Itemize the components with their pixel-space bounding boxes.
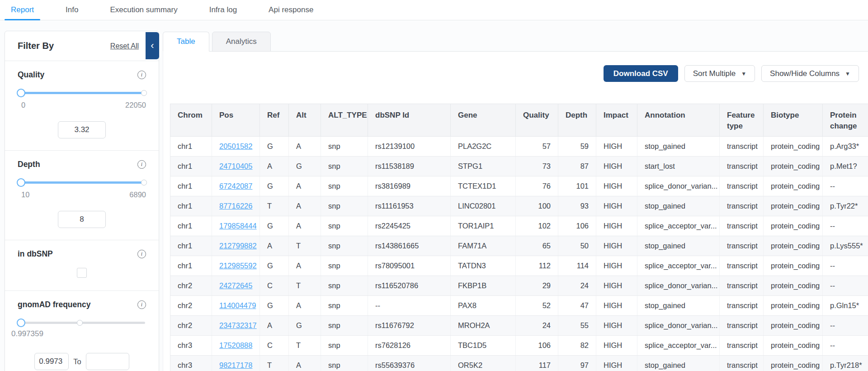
column-header-alt-type[interactable]: ALT_TYPE [321,104,368,137]
cell-impact: HIGH [596,196,637,216]
gnomad-slider-handle-max[interactable] [77,320,83,326]
cell-pos: 212799882 [212,236,260,256]
gnomad-from-input[interactable] [34,353,69,370]
pos-link[interactable]: 67242087 [219,182,252,190]
column-header-pos[interactable]: Pos [212,104,260,137]
table-row: chr1179858444GAsnprs2245425TOR1AIP110210… [170,216,868,236]
top-tab-bar: ReportInfoExecution summaryInfra logApi … [0,0,868,20]
pos-link[interactable]: 234732317 [219,321,257,329]
gnomad-slider-handle-min[interactable] [17,319,25,327]
pos-link[interactable]: 114004479 [219,301,256,309]
cell-depth: 24 [558,276,596,295]
column-header-chrom[interactable]: Chrom [170,104,212,137]
reset-all-link[interactable]: Reset All [110,42,139,50]
depth-slider[interactable] [18,178,146,187]
cell-feature-type: transcript [720,315,764,335]
gnomad-slider[interactable] [18,319,146,328]
pos-link[interactable]: 98217178 [219,361,252,369]
column-header-biotype[interactable]: Biotype [764,104,823,137]
cell-depth: 82 [558,335,596,355]
cell-protein-change: -- [823,335,868,355]
pos-link[interactable]: 20501582 [219,142,252,150]
info-icon[interactable]: i [137,160,146,169]
depth-slider-track[interactable] [19,181,145,184]
pos-link[interactable]: 212799882 [219,242,257,250]
quality-slider[interactable] [18,89,146,98]
column-header-gene[interactable]: Gene [451,104,516,137]
collapse-sidebar-button[interactable]: ‹ [146,32,159,59]
gnomad-to-input[interactable] [86,353,129,370]
cell-impact: HIGH [596,136,637,156]
cell-ref: A [260,315,289,335]
column-header-depth[interactable]: Depth [558,104,596,137]
cell-protein-change: p.Tyr218* [823,355,868,371]
info-icon[interactable]: i [137,250,146,258]
cell-quality: 24 [516,315,558,335]
page-body: Filter By Reset All ‹ Quality i 0 22050 … [0,20,868,371]
cell-pos: 24710405 [212,156,260,176]
cell-quality: 102 [516,216,558,236]
cell-feature-type: transcript [720,335,764,355]
cell-feature-type: transcript [720,156,764,176]
cell-alt-type: snp [321,315,368,335]
column-header-feature-type[interactable]: Feature type [720,104,764,137]
column-header-protein-change[interactable]: Protein change [823,104,868,137]
cell-feature-type: transcript [720,355,764,371]
cell-alt: G [289,315,321,335]
show-hide-columns-button[interactable]: Show/Hide Columns ▼ [761,65,859,82]
in-dbsnp-checkbox[interactable] [77,268,87,278]
nav-tab-execution-summary[interactable]: Execution summary [104,0,184,20]
view-tab-analytics[interactable]: Analytics [212,32,271,52]
column-header-annotation[interactable]: Annotation [637,104,720,137]
cell-depth: 106 [558,216,596,236]
column-header-quality[interactable]: Quality [516,104,558,137]
quality-slider-handle-max[interactable] [141,90,147,96]
depth-min-label: 10 [21,190,29,199]
column-header-impact[interactable]: Impact [596,104,637,137]
pos-link[interactable]: 179858444 [219,222,257,230]
cell-gene: TBC1D5 [451,335,516,355]
cell-alt-type: snp [321,236,368,256]
download-csv-label: Download CSV [613,69,668,78]
cell-annotation: splice_donor_varian... [637,176,720,196]
column-header-dbsnp-id[interactable]: dbSNP Id [368,104,451,137]
cell-ref: A [260,156,289,176]
depth-slider-handle-max[interactable] [141,180,147,186]
download-csv-button[interactable]: Download CSV [604,65,678,82]
cell-pos: 67242087 [212,176,260,196]
cell-gene: OR5K2 [451,355,516,371]
info-icon[interactable]: i [137,71,146,79]
cell-chrom: chr1 [170,216,212,236]
pos-link[interactable]: 17520888 [219,341,252,349]
nav-tab-infra-log[interactable]: Infra log [203,0,243,20]
sort-multiple-button[interactable]: Sort Multiple ▼ [684,65,755,82]
quality-slider-track[interactable] [19,92,145,94]
cell-impact: HIGH [596,236,637,256]
column-header-ref[interactable]: Ref [260,104,289,137]
depth-value-input[interactable] [58,211,106,228]
column-header-alt[interactable]: Alt [289,104,321,137]
cell-impact: HIGH [596,315,637,335]
nav-tab-api-response[interactable]: Api response [262,0,320,20]
table-row: chr2114004479GAsnp--PAX85247HIGHstop_gai… [170,295,868,315]
depth-slider-handle-min[interactable] [17,178,25,187]
pos-link[interactable]: 212985592 [219,262,257,270]
nav-tab-info[interactable]: Info [59,0,85,20]
table-panel: Download CSV Sort Multiple ▼ Show/Hide C… [163,51,868,371]
info-icon[interactable]: i [137,300,146,309]
quality-value-input[interactable] [58,121,106,138]
cell-quality: 57 [516,136,558,156]
cell-alt: T [289,236,321,256]
quality-slider-handle-min[interactable] [17,89,25,97]
cell-ref: T [260,196,289,216]
cell-alt: A [289,295,321,315]
cell-alt-type: snp [321,216,368,236]
pos-link[interactable]: 24710405 [219,162,252,170]
view-tab-table[interactable]: Table [163,32,209,52]
pos-link[interactable]: 24272645 [219,281,252,290]
pos-link[interactable]: 87716226 [219,202,252,210]
cell-feature-type: transcript [720,136,764,156]
cell-depth: 114 [558,256,596,276]
cell-protein-change: -- [823,216,868,236]
nav-tab-report[interactable]: Report [5,0,40,20]
